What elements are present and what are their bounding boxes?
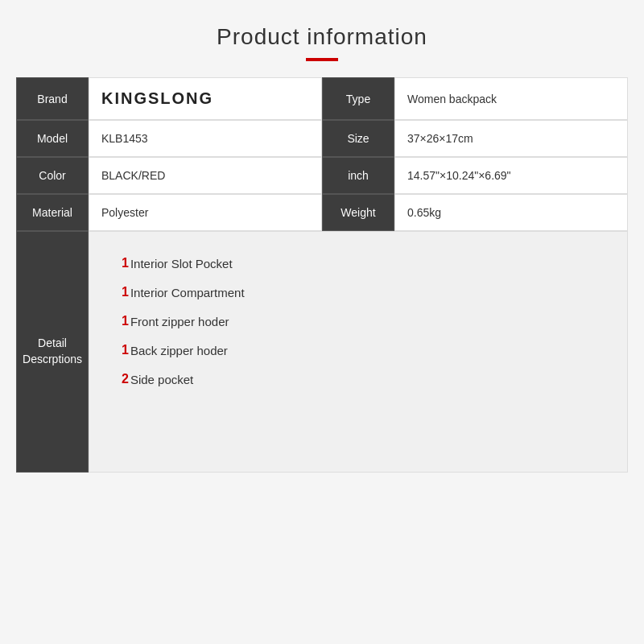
row-color-inch: Color BLACK/RED inch 14.57"×10.24"×6.69"	[16, 157, 628, 194]
value-type: Women backpack	[394, 77, 628, 120]
value-brand: KINGSLONG	[89, 77, 322, 120]
detail-item-3: 1 Back zipper hoder	[122, 343, 611, 357]
label-brand: Brand	[16, 77, 89, 120]
right-weight: Weight 0.65kg	[322, 194, 628, 231]
value-size: 37×26×17cm	[394, 120, 628, 157]
page-container: Product information Brand KINGSLONG Type…	[0, 0, 644, 644]
value-detail: 1 Interior Slot Pocket 1 Interior Compar…	[89, 231, 628, 473]
label-detail: Detail Descrptions	[16, 231, 89, 473]
left-brand: Brand KINGSLONG	[16, 77, 322, 120]
row-material-weight: Material Polyester Weight 0.65kg	[16, 194, 628, 231]
label-inch: inch	[322, 157, 394, 194]
label-color: Color	[16, 157, 89, 194]
row-brand-type: Brand KINGSLONG Type Women backpack	[16, 77, 628, 120]
info-table: Brand KINGSLONG Type Women backpack Mode…	[16, 77, 628, 473]
detail-item-2: 1 Front zipper hoder	[122, 314, 611, 328]
detail-row: Detail Descrptions 1 Interior Slot Pocke…	[16, 231, 628, 473]
value-weight: 0.65kg	[394, 194, 628, 231]
left-color: Color BLACK/RED	[16, 157, 322, 194]
detail-item-1: 1 Interior Compartment	[122, 285, 611, 299]
left-model: Model KLB1453	[16, 120, 322, 157]
label-size: Size	[322, 120, 394, 157]
value-color: BLACK/RED	[89, 157, 322, 194]
page-title: Product information	[16, 24, 628, 50]
detail-item-0: 1 Interior Slot Pocket	[122, 256, 611, 270]
detail-item-4: 2 Side pocket	[122, 372, 611, 386]
label-material: Material	[16, 194, 89, 231]
label-weight: Weight	[322, 194, 394, 231]
title-underline	[306, 58, 338, 61]
right-size: Size 37×26×17cm	[322, 120, 628, 157]
value-inch: 14.57"×10.24"×6.69"	[394, 157, 628, 194]
label-model: Model	[16, 120, 89, 157]
value-material: Polyester	[89, 194, 322, 231]
left-material: Material Polyester	[16, 194, 322, 231]
value-model: KLB1453	[89, 120, 322, 157]
label-type: Type	[322, 77, 394, 120]
row-model-size: Model KLB1453 Size 37×26×17cm	[16, 120, 628, 157]
header-section: Product information	[16, 24, 628, 61]
right-type: Type Women backpack	[322, 77, 628, 120]
right-inch: inch 14.57"×10.24"×6.69"	[322, 157, 628, 194]
